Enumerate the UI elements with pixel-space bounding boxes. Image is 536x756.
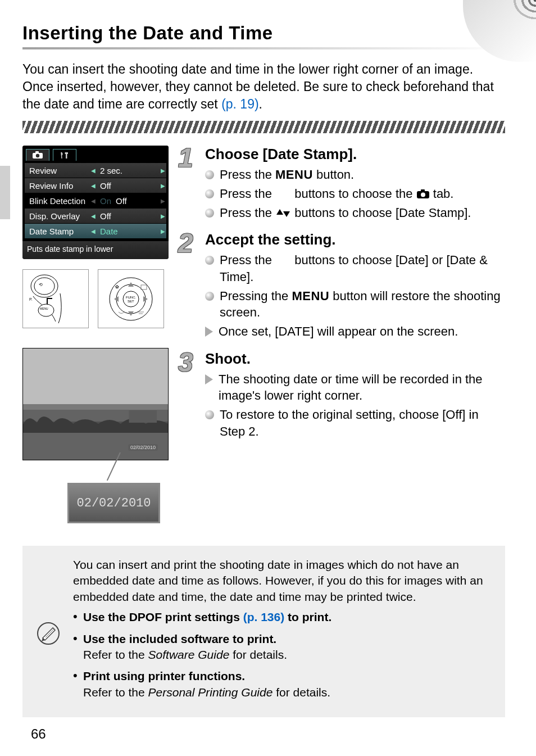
lcd-help-text: Puts date stamp in lower xyxy=(22,241,169,259)
result-triangle-icon xyxy=(205,327,213,337)
bullet-dot-icon xyxy=(205,256,214,265)
left-triangle-icon: ◀ xyxy=(91,183,96,189)
step-title: Choose [Date Stamp]. xyxy=(205,146,505,163)
svg-text:MENU: MENU xyxy=(40,307,48,310)
page-number: 66 xyxy=(31,726,46,742)
result-triangle-icon xyxy=(205,374,213,384)
tips-item: Print using printer functions.Refer to t… xyxy=(73,668,494,700)
step: 2Accept the setting.Press the << buttons… xyxy=(183,231,505,339)
lcd-row-label: Date Stamp xyxy=(29,227,91,236)
lcd-row-label: Blink Detection xyxy=(29,196,91,206)
lcd-row-label: Review xyxy=(29,166,91,175)
lcd-row-value: Off xyxy=(96,211,161,221)
menu-word-icon: MENU xyxy=(275,168,313,182)
step-bullet: Press the << buttons to choose [Date] or… xyxy=(205,252,505,285)
svg-point-6 xyxy=(34,278,54,295)
step-bullet: The shooting date or time will be record… xyxy=(205,371,505,404)
step-bullet: Press the << buttons to choose the tab. xyxy=(205,185,505,202)
bullet-dot-icon xyxy=(205,189,214,198)
step: 1Choose [Date Stamp].Press the MENU butt… xyxy=(183,146,505,221)
left-triangle-icon: ◀ xyxy=(91,198,96,204)
page-title: Inserting the Date and Time xyxy=(22,22,505,44)
tips-intro: You can insert and print the shooting da… xyxy=(73,557,494,605)
sample-photo-wrap: 02/02/2010 02/02/2010 xyxy=(22,348,169,523)
right-triangle-icon: ▶ xyxy=(161,168,165,174)
title-underline xyxy=(22,47,505,49)
bullet-text: Press the buttons to choose [Date Stamp]… xyxy=(220,205,471,221)
bullet-text: Pressing the MENU button will restore th… xyxy=(220,288,505,321)
date-callout: 02/02/2010 xyxy=(67,483,160,523)
lcd-row-value: OnOff xyxy=(96,196,161,206)
svg-rect-23 xyxy=(129,410,157,423)
lcd-row-label: Review Info xyxy=(29,181,91,191)
bullet-text: Press the << buttons to choose [Date] or… xyxy=(220,252,505,285)
lcd-row: Date Stamp◀Date▶ xyxy=(25,224,166,238)
bullet-text: Press the << buttons to choose the tab. xyxy=(220,185,453,202)
step-bullet: Press the buttons to choose [Date Stamp]… xyxy=(205,205,505,221)
chapter-tab xyxy=(0,166,10,219)
svg-text:SET: SET xyxy=(128,300,134,303)
left-triangle-icon: ◀ xyxy=(91,228,96,234)
step-title: Accept the setting. xyxy=(205,231,505,248)
step-number: 3 xyxy=(178,347,193,378)
tips-item-emphasis: Personal Printing Guide xyxy=(148,686,273,699)
svg-point-5 xyxy=(31,275,58,297)
step-number: 1 xyxy=(178,142,193,173)
camera-tab-icon xyxy=(26,149,49,161)
page-title-band: Inserting the Date and Time xyxy=(22,22,505,49)
decorative-arc-icon xyxy=(463,0,536,62)
svg-text:P.: P. xyxy=(29,297,33,301)
tips-item-bold: Print using printer functions. xyxy=(83,669,245,682)
bullet-text: To restore to the original setting, choo… xyxy=(220,406,505,440)
svg-line-31 xyxy=(46,628,54,637)
section-divider xyxy=(22,121,505,133)
svg-rect-25 xyxy=(421,189,425,192)
page-ref-link[interactable]: (p. 136) xyxy=(243,610,285,623)
bullet-text: Press the MENU button. xyxy=(220,166,354,183)
pencil-note-icon xyxy=(37,622,60,645)
page-ref-link[interactable]: (p. 19) xyxy=(221,97,258,111)
svg-point-8 xyxy=(38,304,54,316)
lr-arrows-icon: << xyxy=(275,253,291,267)
svg-rect-4 xyxy=(65,152,69,154)
dpad-diagram: FUNC. SET ✿ xyxy=(98,269,164,328)
lr-arrows-icon: << xyxy=(275,187,291,201)
lcd-row-value: Date xyxy=(96,227,161,236)
svg-marker-28 xyxy=(283,211,290,217)
camera-body-diagram: ⟲ MENU P. xyxy=(22,269,89,328)
lcd-row: Review◀2 sec.▶ xyxy=(25,163,166,178)
step-bullet: Once set, [DATE] will appear on the scre… xyxy=(205,323,505,340)
step-bullet: Pressing the MENU button will restore th… xyxy=(205,288,505,321)
tips-item: Use the DPOF print settings (p. 136) to … xyxy=(73,609,494,625)
svg-point-13 xyxy=(123,291,139,307)
camera-icon xyxy=(416,187,430,201)
photo-date-overlay: 02/02/2010 xyxy=(128,444,158,451)
step-number: 2 xyxy=(178,228,193,259)
svg-marker-27 xyxy=(276,209,283,215)
bullet-dot-icon xyxy=(205,170,214,179)
menu-word-icon: MENU xyxy=(292,289,329,303)
bullet-text: The shooting date or time will be record… xyxy=(219,371,505,404)
bullet-dot-icon xyxy=(205,410,214,419)
sample-photo: 02/02/2010 xyxy=(22,348,169,460)
intro-paragraph: You can insert the shooting date and tim… xyxy=(22,61,505,113)
lcd-row-label: Disp. Overlay xyxy=(29,211,91,221)
svg-point-26 xyxy=(421,192,425,197)
bullet-dot-icon xyxy=(205,209,214,218)
tips-box: You can insert and print the shooting da… xyxy=(22,546,505,717)
bullet-text: Once set, [DATE] will appear on the scre… xyxy=(219,323,458,340)
step-bullet: Press the MENU button. xyxy=(205,166,505,183)
tips-item: Use the included software to print.Refer… xyxy=(73,631,494,663)
right-triangle-icon: ▶ xyxy=(161,213,165,219)
lcd-row-value: Off xyxy=(96,181,161,191)
tools-tab-icon xyxy=(53,149,76,161)
right-triangle-icon: ▶ xyxy=(161,198,165,204)
bullet-dot-icon xyxy=(205,292,214,301)
step-bullet: To restore to the original setting, choo… xyxy=(205,406,505,440)
svg-rect-1 xyxy=(35,151,39,153)
right-triangle-icon: ▶ xyxy=(161,183,165,189)
ud-arrows-icon xyxy=(275,206,291,220)
tips-item-emphasis: Software Guide xyxy=(148,648,230,661)
svg-point-2 xyxy=(36,154,39,157)
right-triangle-icon: ▶ xyxy=(161,228,165,234)
